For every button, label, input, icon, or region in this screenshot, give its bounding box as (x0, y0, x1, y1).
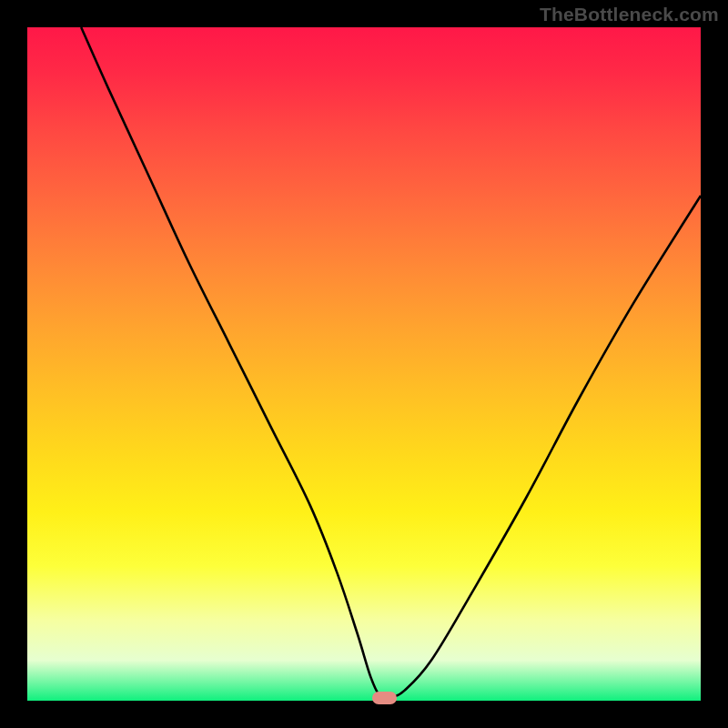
optimum-marker (372, 692, 397, 703)
chart-frame: TheBottleneck.com (0, 0, 728, 728)
plot-area (27, 27, 701, 701)
bottleneck-curve (27, 27, 701, 701)
watermark-text: TheBottleneck.com (540, 4, 719, 25)
